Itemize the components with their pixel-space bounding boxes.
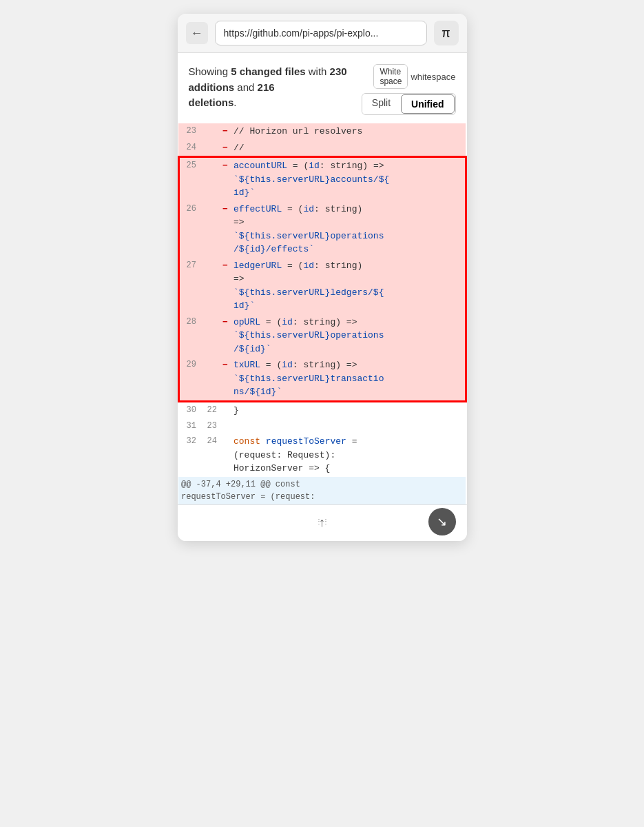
old-line-num: 31 <box>178 418 199 433</box>
view-toggle[interactable]: Split Unified <box>362 93 456 115</box>
diff-content: 23 − // Horizon url resolvers 24 − // <box>178 123 467 504</box>
table-row: 27 − ledgerURL = (id: string) => `${this… <box>178 258 466 314</box>
line-content: } <box>231 401 466 418</box>
new-line-num <box>199 157 220 201</box>
table-row: 32 24 const requestToServer = (request: … <box>178 433 466 477</box>
scroll-icon: ↘ <box>437 514 447 529</box>
table-row: 24 − // <box>178 140 466 157</box>
line-op: − <box>220 258 231 314</box>
hunk-header: @@ -37,4 +29,11 @@ constrequestToServer … <box>178 477 466 504</box>
hunk-header-text: @@ -37,4 +29,11 @@ constrequestToServer … <box>181 480 315 502</box>
old-line-num: 25 <box>178 157 199 201</box>
back-icon: ← <box>191 26 203 41</box>
new-line-num: 23 <box>199 418 220 433</box>
new-line-num <box>199 140 220 157</box>
whitespace-on-option[interactable]: Whitespace <box>374 65 407 88</box>
new-line-num <box>199 314 220 358</box>
upload-button[interactable]: ↑ ⋮⋮ <box>310 511 335 535</box>
line-content <box>231 418 466 433</box>
back-button[interactable]: ← <box>186 22 208 44</box>
new-line-num: 22 <box>199 401 220 418</box>
line-content: effectURL = (id: string) => `${this.serv… <box>231 201 466 258</box>
phone-frame: ← https://github.com/pi-apps/pi-explo...… <box>178 14 467 541</box>
line-content: // Horizon url resolvers <box>231 123 466 140</box>
table-row: 31 23 <box>178 418 466 433</box>
line-content: accountURL = (id: string) => `${this.ser… <box>231 157 466 201</box>
whitespace-row: Whitespace whitespace <box>373 64 455 89</box>
diff-header: Showing 5 changed files with 230 additio… <box>178 53 467 123</box>
old-line-num: 23 <box>178 123 199 140</box>
line-op: − <box>220 314 231 358</box>
hunk-header-row: @@ -37,4 +29,11 @@ constrequestToServer … <box>178 477 466 504</box>
new-line-num <box>199 123 220 140</box>
new-line-num: 24 <box>199 433 220 477</box>
deletions-label: deletions <box>189 96 234 108</box>
deletions-count: 216 <box>258 81 275 93</box>
table-row: 29 − txURL = (id: string) => `${this.ser… <box>178 357 466 401</box>
line-op <box>220 433 231 477</box>
table-row: 25 − accountURL = (id: string) => `${thi… <box>178 157 466 201</box>
files-changed: 5 changed files <box>231 65 305 77</box>
line-content: // <box>231 140 466 157</box>
diff-controls: Whitespace whitespace Split Unified <box>362 64 456 115</box>
table-row: 30 22 } <box>178 401 466 418</box>
diff-table: 23 − // Horizon url resolvers 24 − // <box>178 123 467 504</box>
diff-summary: Showing 5 changed files with 230 additio… <box>189 64 353 111</box>
pi-icon: π <box>442 26 450 41</box>
scroll-to-bottom-button[interactable]: ↘ <box>428 508 456 535</box>
line-content: opURL = (id: string) => `${this.serverUR… <box>231 314 466 358</box>
bottom-bar: ↑ ⋮⋮ ↘ <box>178 504 467 541</box>
line-content: txURL = (id: string) => `${this.serverUR… <box>231 357 466 401</box>
old-line-num: 26 <box>178 201 199 258</box>
line-op: − <box>220 140 231 157</box>
new-line-num <box>199 201 220 258</box>
unified-view-button[interactable]: Unified <box>401 94 454 114</box>
line-content: ledgerURL = (id: string) => `${this.serv… <box>231 258 466 314</box>
line-op <box>220 418 231 433</box>
table-row: 26 − effectURL = (id: string) => `${this… <box>178 201 466 258</box>
line-op: − <box>220 123 231 140</box>
new-line-num <box>199 258 220 314</box>
whitespace-toggle[interactable]: Whitespace <box>373 64 408 89</box>
old-line-num: 30 <box>178 401 199 418</box>
old-line-num: 29 <box>178 357 199 401</box>
line-op: − <box>220 201 231 258</box>
split-view-button[interactable]: Split <box>362 94 400 114</box>
old-line-num: 28 <box>178 314 199 358</box>
line-op: − <box>220 357 231 401</box>
line-op: − <box>220 157 231 201</box>
pi-button[interactable]: π <box>434 21 459 45</box>
url-text: https://github.com/pi-apps/pi-explo... <box>224 28 379 39</box>
line-content: const requestToServer = (request: Reques… <box>231 433 466 477</box>
line-op <box>220 401 231 418</box>
table-row: 28 − opURL = (id: string) => `${this.ser… <box>178 314 466 358</box>
old-line-num: 27 <box>178 258 199 314</box>
old-line-num: 24 <box>178 140 199 157</box>
table-row: 23 − // Horizon url resolvers <box>178 123 466 140</box>
old-line-num: 32 <box>178 433 199 477</box>
new-line-num <box>199 357 220 401</box>
browser-bar: ← https://github.com/pi-apps/pi-explo...… <box>178 14 467 53</box>
url-bar[interactable]: https://github.com/pi-apps/pi-explo... <box>215 21 427 45</box>
whitespace-label: whitespace <box>411 72 455 82</box>
